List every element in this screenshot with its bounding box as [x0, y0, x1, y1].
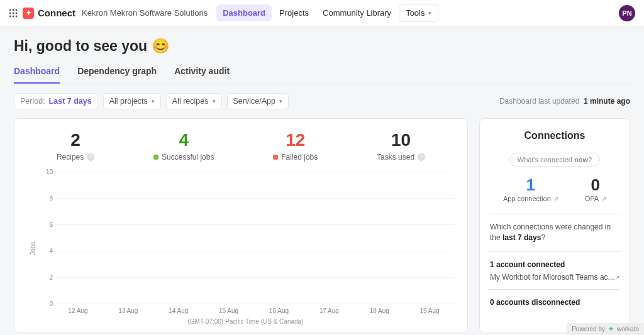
last-updated: Dashboard last updated 1 minute ago [499, 97, 630, 106]
svg-point-2 [16, 9, 18, 11]
tab-activity-audit[interactable]: Activity audit [174, 63, 230, 84]
filter-recipes[interactable]: All recipes▾ [166, 93, 222, 109]
apps-grid-icon[interactable] [9, 9, 18, 18]
nav-tools[interactable]: Tools ▾ [399, 4, 438, 22]
connected-count: 1 account connected [490, 260, 565, 269]
connections-subtitle: What's connected now? [509, 153, 600, 167]
chevron-down-icon: ▾ [279, 98, 282, 104]
help-icon[interactable]: ? [87, 153, 94, 161]
external-link-icon: ↗ [553, 195, 558, 202]
filter-service-app[interactable]: Service/App▾ [227, 93, 289, 109]
chevron-down-icon: ▾ [213, 98, 216, 104]
stat-tasks-used[interactable]: 10 Tasks used? [377, 130, 425, 162]
external-link-icon: ↗ [601, 195, 606, 202]
chevron-down-icon: ▾ [428, 10, 431, 16]
svg-point-5 [16, 12, 18, 14]
filter-projects[interactable]: All projects▾ [103, 93, 161, 109]
chevron-down-icon: ▾ [152, 98, 155, 104]
page-tabs: Dashboard Dependency graph Activity audi… [14, 63, 630, 84]
connections-title: Connections [490, 130, 619, 141]
stat-app-connection[interactable]: 1 App connection↗ [503, 175, 558, 202]
svg-point-4 [13, 12, 14, 14]
greeting: Hi, good to see you 😊 [14, 38, 630, 55]
shield-icon: ✦ [23, 8, 34, 19]
nav-projects[interactable]: Projects [273, 4, 315, 21]
powered-by-footer[interactable]: Powered by ✦ workato [567, 323, 644, 335]
nav-community-library[interactable]: Community Library [316, 4, 397, 21]
help-icon[interactable]: ? [418, 153, 425, 161]
jobs-chart: 0246810 12 Aug13 Aug14 Aug15 Aug16 Aug17… [36, 172, 455, 325]
stat-successful-jobs[interactable]: 4 Successful jobs [153, 130, 214, 162]
nav-dashboard[interactable]: Dashboard [216, 4, 272, 21]
stat-failed-jobs[interactable]: 12 Failed jobs [273, 130, 318, 162]
filter-period[interactable]: Period: Last 7 days [14, 93, 98, 109]
svg-point-7 [13, 15, 14, 17]
svg-point-0 [9, 9, 11, 11]
product-name: Connect [38, 8, 75, 18]
stat-recipes[interactable]: 2 Recipes? [57, 130, 94, 162]
svg-point-3 [9, 12, 11, 14]
svg-point-8 [16, 15, 18, 17]
connections-card: Connections What's connected now? 1 App … [479, 118, 630, 333]
tab-dashboard[interactable]: Dashboard [14, 63, 60, 84]
legend-dot-success [153, 155, 158, 160]
tab-dependency-graph[interactable]: Dependency graph [77, 63, 157, 84]
disconnected-count: 0 accounts disconnected [490, 298, 580, 307]
overview-card: 2 Recipes? 4 Successful jobs 12 Failed j… [14, 118, 468, 333]
workato-logo-icon: ✦ [608, 325, 614, 333]
stat-opa[interactable]: 0 OPA↗ [585, 175, 606, 202]
top-nav: Dashboard Projects Community Library Too… [216, 4, 438, 22]
svg-point-6 [9, 15, 11, 17]
connected-account-item[interactable]: My Workbot for Microsoft Teams ac... ↗ [490, 273, 619, 282]
external-link-icon: ↗ [614, 274, 619, 281]
product-logo[interactable]: ✦ Connect [23, 8, 75, 19]
connections-changed-text: Which connections were changed in the la… [490, 222, 619, 244]
svg-point-1 [13, 9, 14, 11]
chart-timezone: (GMT-07:00) Pacific Time (US & Canada) [36, 318, 455, 325]
org-name[interactable]: Kekron Mekron Software Solutions [82, 8, 208, 18]
chart-y-label: Jobs [27, 172, 36, 325]
avatar[interactable]: PN [619, 5, 635, 21]
legend-dot-failed [273, 155, 278, 160]
